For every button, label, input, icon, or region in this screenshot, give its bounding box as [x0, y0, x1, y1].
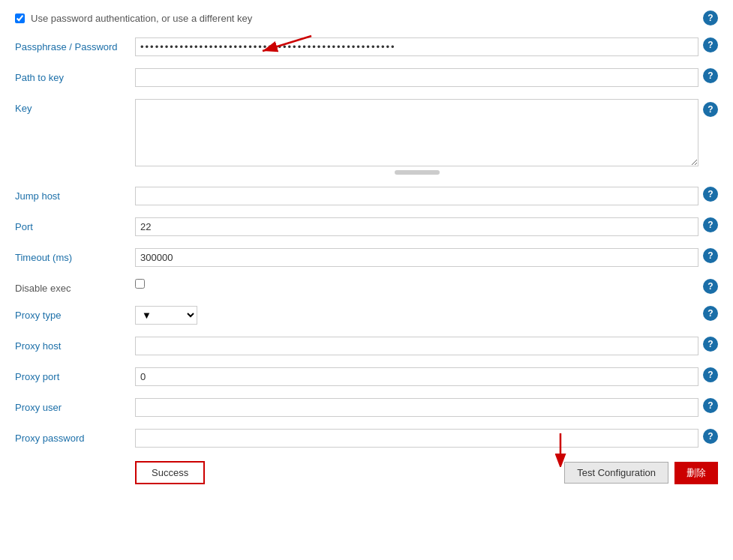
- proxy-user-input-wrap: [135, 398, 698, 417]
- key-label: Key: [15, 99, 135, 114]
- jump-host-input-wrap: [135, 187, 698, 205]
- proxy-port-row: Proxy port ?: [15, 364, 718, 389]
- timeout-help-icon[interactable]: ?: [703, 248, 718, 263]
- proxy-type-help-icon[interactable]: ?: [703, 306, 718, 321]
- delete-button[interactable]: 删除: [674, 462, 718, 484]
- port-input-wrap: [135, 217, 698, 236]
- use-password-checkbox[interactable]: [15, 13, 25, 23]
- proxy-host-help-icon[interactable]: ?: [703, 337, 718, 352]
- port-help-icon[interactable]: ?: [703, 217, 718, 232]
- use-password-help-icon[interactable]: ?: [703, 10, 718, 25]
- use-password-row: Use password authentication, or use a di…: [15, 7, 718, 28]
- test-configuration-button[interactable]: Test Configuration: [564, 462, 668, 484]
- key-scrollbar: [395, 170, 440, 175]
- proxy-type-label: Proxy type: [15, 306, 135, 321]
- jump-host-help-icon[interactable]: ?: [703, 187, 718, 202]
- path-to-key-help-icon[interactable]: ?: [703, 68, 718, 83]
- timeout-row: Timeout (ms) ?: [15, 245, 718, 270]
- proxy-host-label: Proxy host: [15, 337, 135, 352]
- disable-exec-row: Disable exec ?: [15, 276, 718, 297]
- proxy-password-input[interactable]: [135, 429, 698, 448]
- proxy-host-input-wrap: [135, 337, 698, 355]
- passphrase-input-wrap: [135, 37, 698, 56]
- passphrase-help-icon[interactable]: ?: [703, 37, 718, 52]
- proxy-password-help-icon[interactable]: ?: [703, 429, 718, 444]
- disable-exec-input-wrap: [135, 279, 698, 289]
- proxy-port-input[interactable]: [135, 367, 698, 386]
- disable-exec-label: Disable exec: [15, 279, 135, 294]
- proxy-type-select[interactable]: ▼ HTTP SOCKS4 SOCKS5: [135, 306, 197, 325]
- timeout-input[interactable]: [135, 248, 698, 267]
- disable-exec-checkbox[interactable]: [135, 279, 145, 289]
- proxy-user-row: Proxy user ?: [15, 395, 718, 420]
- key-help-icon[interactable]: ?: [703, 102, 718, 117]
- proxy-host-row: Proxy host ?: [15, 334, 718, 358]
- proxy-port-label: Proxy port: [15, 367, 135, 382]
- proxy-type-input-wrap: ▼ HTTP SOCKS4 SOCKS5: [135, 306, 698, 325]
- path-to-key-label: Path to key: [15, 68, 135, 83]
- port-row: Port ?: [15, 214, 718, 239]
- passphrase-input[interactable]: [135, 37, 698, 56]
- passphrase-label: Passphrase / Password: [15, 37, 135, 52]
- proxy-password-label: Proxy password: [15, 429, 135, 444]
- disable-exec-help-icon[interactable]: ?: [703, 279, 718, 294]
- proxy-password-input-wrap: [135, 429, 698, 448]
- path-to-key-input[interactable]: [135, 68, 698, 87]
- path-to-key-row: Path to key ?: [15, 65, 718, 90]
- proxy-type-row: Proxy type ▼ HTTP SOCKS4 SOCKS5 ?: [15, 303, 718, 328]
- jump-host-row: Jump host ?: [15, 184, 718, 208]
- proxy-port-help-icon[interactable]: ?: [703, 367, 718, 382]
- proxy-user-label: Proxy user: [15, 398, 135, 413]
- proxy-user-input[interactable]: [135, 398, 698, 417]
- proxy-port-input-wrap: [135, 367, 698, 386]
- port-label: Port: [15, 217, 135, 232]
- passphrase-row: Passphrase / Password ?: [15, 34, 718, 59]
- port-input[interactable]: [135, 217, 698, 236]
- use-password-label: Use password authentication, or use a di…: [31, 13, 252, 24]
- proxy-host-input[interactable]: [135, 337, 698, 355]
- key-textarea[interactable]: [135, 99, 698, 166]
- success-button[interactable]: Success: [135, 461, 205, 484]
- key-input-wrap: [135, 99, 698, 175]
- jump-host-label: Jump host: [15, 187, 135, 202]
- path-to-key-input-wrap: [135, 68, 698, 87]
- timeout-label: Timeout (ms): [15, 248, 135, 263]
- key-textarea-wrap: [135, 99, 698, 175]
- jump-host-input[interactable]: [135, 187, 698, 205]
- timeout-input-wrap: [135, 248, 698, 267]
- proxy-password-row: Proxy password ?: [15, 426, 718, 451]
- proxy-user-help-icon[interactable]: ?: [703, 398, 718, 413]
- key-row: Key ?: [15, 96, 718, 178]
- bottom-row: Success Test Configuration 删除: [15, 461, 718, 484]
